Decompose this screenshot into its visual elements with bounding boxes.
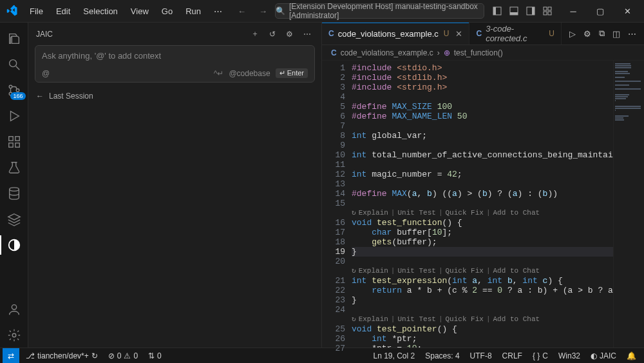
at-context-icon[interactable]: @ <box>42 69 50 78</box>
toggle-secondary-sidebar-icon[interactable] <box>523 3 538 19</box>
codelens-action[interactable]: Unit Test <box>397 266 435 276</box>
menu-run[interactable]: Run <box>180 4 206 19</box>
window-minimize-icon[interactable]: ─ <box>560 1 586 21</box>
language-mode[interactable]: { } C <box>527 348 553 363</box>
editor-body[interactable]: 1234567891011121314151617181920212223242… <box>322 61 644 348</box>
codelens-action[interactable]: Add to Chat <box>493 208 540 218</box>
code-line[interactable] <box>352 199 613 208</box>
nav-forward-icon[interactable]: → <box>254 4 272 19</box>
toggle-panel-icon[interactable] <box>506 3 522 19</box>
nav-back-icon[interactable]: ← <box>232 4 251 19</box>
code-line[interactable]: *ptr = 10; <box>352 344 613 348</box>
cursor-position[interactable]: Ln 19, Col 2 <box>368 348 421 363</box>
code-line[interactable]: int test_expression(int a, int b, int c)… <box>352 276 613 286</box>
layers-icon[interactable] <box>0 207 28 231</box>
os-indicator[interactable]: Win32 <box>553 348 585 363</box>
extensions-icon[interactable] <box>0 130 28 154</box>
minimap[interactable] <box>613 61 644 348</box>
code-line[interactable]: int global_var; <box>352 131 613 141</box>
explorer-icon[interactable] <box>0 26 28 51</box>
codelens-action[interactable]: Unit Test <box>397 315 435 324</box>
search-activity-icon[interactable] <box>0 52 28 77</box>
codelens-action[interactable]: Explain <box>359 315 388 324</box>
code-line[interactable] <box>352 141 613 150</box>
code-line[interactable]: char buffer[10]; <box>352 228 613 237</box>
codelens-action[interactable]: Quick Fix <box>445 315 483 324</box>
ports[interactable]: ⇅ 0 <box>143 348 167 363</box>
code-line[interactable]: #define MAX_NAME_LEN 50 <box>352 112 613 121</box>
menu-selection[interactable]: Selection <box>78 4 122 19</box>
code-line[interactable]: #include <string.h> <box>352 83 613 92</box>
indentation[interactable]: Spaces: 4 <box>420 348 464 363</box>
code-line[interactable] <box>352 257 613 266</box>
codelens-refresh-icon[interactable]: ↻ <box>352 266 356 276</box>
code-line[interactable]: #include <stdio.h> <box>352 63 613 73</box>
last-session-link[interactable]: ← Last Session <box>28 88 321 104</box>
code-line[interactable]: void test_function() { <box>352 218 613 228</box>
code-line[interactable]: gets(buffer); <box>352 237 613 247</box>
menu-more-icon[interactable]: ⋯ <box>209 4 227 19</box>
window-maximize-icon[interactable]: ▢ <box>587 1 613 21</box>
git-branch[interactable]: ⎇ tianchen/dev*+ ↻ <box>21 348 103 363</box>
split-editor-icon[interactable]: ◫ <box>610 26 623 41</box>
editor-settings-icon[interactable]: ⚙ <box>581 26 594 41</box>
menu-file[interactable]: File <box>24 4 48 19</box>
menu-go[interactable]: Go <box>156 4 178 19</box>
panel-settings-icon[interactable]: ⚙ <box>283 27 296 41</box>
remote-indicator[interactable]: ⇄ <box>3 348 19 363</box>
problems[interactable]: ⊘ 0 ⚠ 0 <box>103 348 143 363</box>
code-line[interactable]: #define MAX_SIZE 100 <box>352 102 613 112</box>
run-debug-icon[interactable] <box>0 104 28 128</box>
tab-active[interactable]: C code_violations_example.c U ✕ <box>322 23 469 44</box>
jaic-status[interactable]: ◐ JAIC <box>585 348 621 363</box>
accounts-icon[interactable] <box>0 297 28 322</box>
code-line[interactable]: return a * b + (c % 2 == 0 ? a : b) + (a… <box>352 286 613 295</box>
compare-changes-icon[interactable]: ⧉ <box>596 26 607 41</box>
code-line[interactable] <box>352 179 613 189</box>
window-close-icon[interactable]: ✕ <box>614 1 640 21</box>
code-line[interactable]: int *ptr; <box>352 334 613 344</box>
eol[interactable]: CRLF <box>497 348 527 363</box>
chat-input[interactable]: Ask anything, '@' to add context @ ^↵ @c… <box>35 45 315 83</box>
panel-more-icon[interactable]: ⋯ <box>301 27 314 41</box>
breadcrumb[interactable]: C code_violations_example.c › ⊕ test_fun… <box>322 45 644 61</box>
codelens-action[interactable]: Quick Fix <box>445 266 483 276</box>
code-line[interactable]: } <box>352 247 613 257</box>
code-line[interactable]: #define MAX(a, b) ((a) > (b) ? (a) : (b)… <box>352 189 613 199</box>
code-line[interactable]: #include <stdlib.h> <box>352 73 613 83</box>
codelens-action[interactable]: Add to Chat <box>493 315 540 324</box>
code-area[interactable]: #include <stdio.h>#include <stdlib.h>#in… <box>352 61 613 348</box>
codelens-action[interactable]: Explain <box>359 266 388 276</box>
customize-layout-icon[interactable] <box>540 3 555 19</box>
code-line[interactable] <box>352 92 613 102</box>
codelens-action[interactable]: Quick Fix <box>445 208 483 218</box>
toggle-primary-sidebar-icon[interactable] <box>489 3 505 19</box>
run-file-icon[interactable]: ▷ <box>567 26 578 41</box>
menu-edit[interactable]: Edit <box>51 4 75 19</box>
codelens-refresh-icon[interactable]: ↻ <box>352 315 356 324</box>
command-center[interactable]: 🔍 [Extension Development Host] manual-te… <box>275 3 484 19</box>
code-line[interactable] <box>352 160 613 170</box>
codelens-action[interactable]: Unit Test <box>397 208 435 218</box>
database-icon[interactable] <box>0 181 28 206</box>
testing-icon[interactable] <box>0 155 28 180</box>
settings-gear-icon[interactable] <box>0 323 28 348</box>
code-line[interactable] <box>352 121 613 131</box>
jaic-activity-icon[interactable] <box>0 233 28 257</box>
history-icon[interactable]: ↺ <box>267 27 278 41</box>
source-control-icon[interactable]: 166 <box>0 78 28 103</box>
encoding[interactable]: UTF-8 <box>465 348 497 363</box>
codelens-action[interactable]: Explain <box>359 208 388 218</box>
menu-view[interactable]: View <box>126 4 154 19</box>
new-chat-icon[interactable]: ＋ <box>249 26 261 42</box>
code-line[interactable] <box>352 305 613 315</box>
code-line[interactable]: int magic_number = 42; <box>352 170 613 179</box>
editor-more-icon[interactable]: ⋯ <box>625 26 639 41</box>
tab-close-icon[interactable]: ✕ <box>455 29 462 39</box>
code-line[interactable]: int total_number_of_active_connections_b… <box>352 150 613 160</box>
notifications-bell-icon[interactable]: 🔔 <box>621 348 641 363</box>
codelens-action[interactable]: Add to Chat <box>493 266 540 276</box>
codelens-refresh-icon[interactable]: ↻ <box>352 208 356 218</box>
tab-second[interactable]: C 3-code-corrected.c U <box>469 23 562 44</box>
code-line[interactable]: void test_pointer() { <box>352 324 613 334</box>
